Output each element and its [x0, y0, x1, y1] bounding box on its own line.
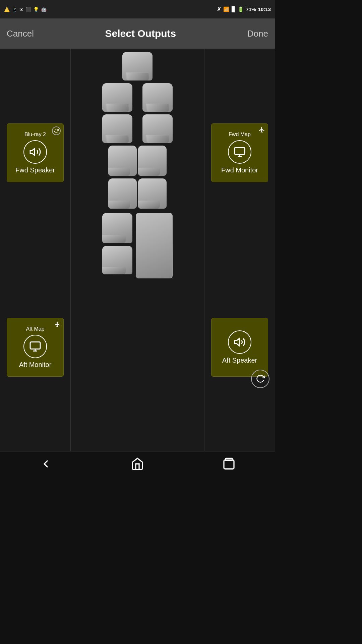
battery-percent: 71%: [246, 6, 256, 12]
seat-aft-b[interactable]: [102, 246, 132, 274]
aft-speaker-card[interactable]: Aft Speaker: [211, 318, 268, 377]
seat-aft-a[interactable]: [102, 213, 132, 243]
status-icons: ⚠️ 📱 ✉ ⬛ 💡 🤖: [4, 7, 47, 12]
seat-1a[interactable]: [122, 52, 153, 80]
aft-map-title: Aft Map: [26, 326, 44, 332]
aft-monitor-card[interactable]: Aft Map Aft Monitor: [7, 318, 64, 377]
android-icon: 🤖: [41, 7, 47, 12]
message-icon: ✉: [19, 7, 23, 12]
warning-icon: ⚠️: [4, 7, 10, 12]
signal-icon: ▊: [232, 6, 236, 12]
fwd-map-title: Fwd Map: [229, 131, 251, 138]
seat-row-3: [73, 114, 202, 143]
seat-2b[interactable]: [142, 83, 173, 112]
status-bar: ⚠️ 📱 ✉ ⬛ 💡 🤖 ✗ 📶 ▊ 🔋 71% 10:13: [0, 0, 275, 18]
recents-button[interactable]: [219, 454, 239, 474]
galley-block: [136, 213, 173, 278]
svg-rect-1: [30, 342, 40, 349]
seat-2a[interactable]: [102, 83, 132, 112]
home-button[interactable]: [127, 454, 147, 474]
monitor-icon-left: [23, 335, 47, 358]
fwd-monitor-icon: [228, 140, 251, 164]
bulb-icon: 💡: [33, 7, 39, 12]
loop-badge: [52, 126, 61, 135]
fwd-monitor-label: Fwd Monitor: [221, 166, 258, 174]
right-sidebar: Fwd Map Fwd Monitor: [204, 49, 275, 451]
seat-3a[interactable]: [102, 114, 132, 143]
no-signal-icon: ✗: [217, 6, 221, 12]
aft-speaker-label: Aft Speaker: [222, 357, 257, 364]
wifi-icon: 📶: [223, 6, 230, 12]
seat-row-1: [73, 52, 202, 80]
airplane-icon-right: [258, 126, 265, 133]
fwd-speaker-card[interactable]: Blu-ray 2 Fwd Speaker: [7, 123, 64, 182]
done-button[interactable]: Done: [247, 29, 268, 39]
main-content: Blu-ray 2 Fwd Speaker Aft Map: [0, 49, 275, 451]
airplane-icon-left: [54, 321, 61, 328]
header: Cancel Select Outputs Done: [0, 18, 275, 49]
svg-rect-4: [235, 147, 245, 154]
aft-speaker-icon: [228, 330, 251, 354]
seat-row-aft: [73, 213, 202, 278]
phone-icon: 📱: [12, 7, 17, 12]
page-title: Select Outputs: [105, 28, 176, 39]
svg-marker-7: [235, 338, 239, 345]
left-sidebar: Blu-ray 2 Fwd Speaker Aft Map: [0, 49, 70, 451]
cancel-button[interactable]: Cancel: [7, 29, 34, 39]
bluray2-title: Blu-ray 2: [24, 131, 46, 138]
seat-double-5[interactable]: [108, 178, 167, 209]
seat-row-5: [73, 178, 202, 209]
status-right-icons: ✗ 📶 ▊ 🔋 71% 10:13: [217, 6, 271, 12]
seat-double-4[interactable]: [108, 146, 167, 176]
speaker-icon: [23, 140, 47, 164]
battery-icon: 🔋: [238, 6, 244, 12]
time: 10:13: [258, 6, 271, 12]
fwd-monitor-card[interactable]: Fwd Map Fwd Monitor: [211, 123, 268, 182]
fwd-speaker-label: Fwd Speaker: [15, 166, 55, 174]
svg-rect-8: [224, 460, 234, 469]
seat-row-2: [73, 83, 202, 112]
back-button[interactable]: [36, 454, 56, 474]
seat-row-4: [73, 146, 202, 176]
cabin-map: [70, 49, 204, 451]
svg-marker-0: [30, 148, 35, 155]
bottom-nav: [0, 451, 275, 476]
aft-seat-col: [102, 213, 132, 274]
cast-icon: ⬛: [25, 7, 31, 12]
refresh-icon[interactable]: [251, 370, 269, 388]
seat-3b[interactable]: [142, 114, 173, 143]
aft-monitor-label: Aft Monitor: [19, 361, 52, 369]
